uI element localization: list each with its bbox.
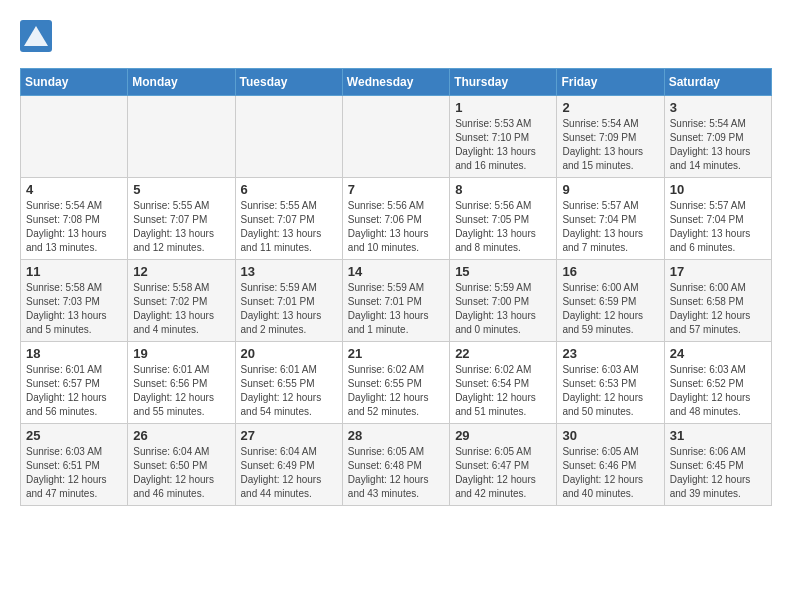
calendar-cell: 5Sunrise: 5:55 AM Sunset: 7:07 PM Daylig… bbox=[128, 178, 235, 260]
page-header bbox=[20, 20, 772, 52]
day-info: Sunrise: 5:58 AM Sunset: 7:02 PM Dayligh… bbox=[133, 281, 229, 337]
calendar-cell bbox=[342, 96, 449, 178]
calendar-cell bbox=[128, 96, 235, 178]
day-number: 2 bbox=[562, 100, 658, 115]
calendar-week-row: 18Sunrise: 6:01 AM Sunset: 6:57 PM Dayli… bbox=[21, 342, 772, 424]
day-number: 31 bbox=[670, 428, 766, 443]
calendar-cell: 13Sunrise: 5:59 AM Sunset: 7:01 PM Dayli… bbox=[235, 260, 342, 342]
day-info: Sunrise: 6:03 AM Sunset: 6:51 PM Dayligh… bbox=[26, 445, 122, 501]
day-number: 14 bbox=[348, 264, 444, 279]
calendar-cell: 20Sunrise: 6:01 AM Sunset: 6:55 PM Dayli… bbox=[235, 342, 342, 424]
day-number: 9 bbox=[562, 182, 658, 197]
day-info: Sunrise: 6:01 AM Sunset: 6:57 PM Dayligh… bbox=[26, 363, 122, 419]
day-number: 4 bbox=[26, 182, 122, 197]
day-info: Sunrise: 6:03 AM Sunset: 6:52 PM Dayligh… bbox=[670, 363, 766, 419]
calendar-cell bbox=[21, 96, 128, 178]
calendar-cell: 4Sunrise: 5:54 AM Sunset: 7:08 PM Daylig… bbox=[21, 178, 128, 260]
calendar-cell: 26Sunrise: 6:04 AM Sunset: 6:50 PM Dayli… bbox=[128, 424, 235, 506]
day-number: 16 bbox=[562, 264, 658, 279]
calendar-cell: 28Sunrise: 6:05 AM Sunset: 6:48 PM Dayli… bbox=[342, 424, 449, 506]
day-info: Sunrise: 6:03 AM Sunset: 6:53 PM Dayligh… bbox=[562, 363, 658, 419]
calendar-cell: 6Sunrise: 5:55 AM Sunset: 7:07 PM Daylig… bbox=[235, 178, 342, 260]
column-header-wednesday: Wednesday bbox=[342, 69, 449, 96]
calendar-cell: 16Sunrise: 6:00 AM Sunset: 6:59 PM Dayli… bbox=[557, 260, 664, 342]
day-number: 18 bbox=[26, 346, 122, 361]
day-info: Sunrise: 6:01 AM Sunset: 6:55 PM Dayligh… bbox=[241, 363, 337, 419]
day-info: Sunrise: 5:56 AM Sunset: 7:05 PM Dayligh… bbox=[455, 199, 551, 255]
day-info: Sunrise: 5:55 AM Sunset: 7:07 PM Dayligh… bbox=[241, 199, 337, 255]
calendar-cell: 19Sunrise: 6:01 AM Sunset: 6:56 PM Dayli… bbox=[128, 342, 235, 424]
column-header-sunday: Sunday bbox=[21, 69, 128, 96]
calendar-cell: 3Sunrise: 5:54 AM Sunset: 7:09 PM Daylig… bbox=[664, 96, 771, 178]
calendar-cell: 29Sunrise: 6:05 AM Sunset: 6:47 PM Dayli… bbox=[450, 424, 557, 506]
calendar-cell: 14Sunrise: 5:59 AM Sunset: 7:01 PM Dayli… bbox=[342, 260, 449, 342]
day-number: 23 bbox=[562, 346, 658, 361]
day-number: 22 bbox=[455, 346, 551, 361]
day-number: 29 bbox=[455, 428, 551, 443]
calendar-week-row: 11Sunrise: 5:58 AM Sunset: 7:03 PM Dayli… bbox=[21, 260, 772, 342]
day-number: 7 bbox=[348, 182, 444, 197]
day-number: 5 bbox=[133, 182, 229, 197]
column-header-monday: Monday bbox=[128, 69, 235, 96]
day-info: Sunrise: 5:57 AM Sunset: 7:04 PM Dayligh… bbox=[562, 199, 658, 255]
day-info: Sunrise: 6:00 AM Sunset: 6:59 PM Dayligh… bbox=[562, 281, 658, 337]
calendar-cell: 11Sunrise: 5:58 AM Sunset: 7:03 PM Dayli… bbox=[21, 260, 128, 342]
day-info: Sunrise: 5:53 AM Sunset: 7:10 PM Dayligh… bbox=[455, 117, 551, 173]
day-info: Sunrise: 6:02 AM Sunset: 6:54 PM Dayligh… bbox=[455, 363, 551, 419]
day-info: Sunrise: 6:06 AM Sunset: 6:45 PM Dayligh… bbox=[670, 445, 766, 501]
calendar-header-row: SundayMondayTuesdayWednesdayThursdayFrid… bbox=[21, 69, 772, 96]
calendar-cell: 7Sunrise: 5:56 AM Sunset: 7:06 PM Daylig… bbox=[342, 178, 449, 260]
calendar-cell: 27Sunrise: 6:04 AM Sunset: 6:49 PM Dayli… bbox=[235, 424, 342, 506]
day-info: Sunrise: 5:56 AM Sunset: 7:06 PM Dayligh… bbox=[348, 199, 444, 255]
logo bbox=[20, 20, 56, 52]
calendar-cell: 22Sunrise: 6:02 AM Sunset: 6:54 PM Dayli… bbox=[450, 342, 557, 424]
calendar-cell: 9Sunrise: 5:57 AM Sunset: 7:04 PM Daylig… bbox=[557, 178, 664, 260]
column-header-thursday: Thursday bbox=[450, 69, 557, 96]
day-number: 3 bbox=[670, 100, 766, 115]
day-info: Sunrise: 5:55 AM Sunset: 7:07 PM Dayligh… bbox=[133, 199, 229, 255]
day-info: Sunrise: 5:54 AM Sunset: 7:08 PM Dayligh… bbox=[26, 199, 122, 255]
calendar-cell: 8Sunrise: 5:56 AM Sunset: 7:05 PM Daylig… bbox=[450, 178, 557, 260]
day-number: 25 bbox=[26, 428, 122, 443]
day-info: Sunrise: 6:04 AM Sunset: 6:50 PM Dayligh… bbox=[133, 445, 229, 501]
day-number: 8 bbox=[455, 182, 551, 197]
calendar-cell: 2Sunrise: 5:54 AM Sunset: 7:09 PM Daylig… bbox=[557, 96, 664, 178]
day-number: 26 bbox=[133, 428, 229, 443]
column-header-saturday: Saturday bbox=[664, 69, 771, 96]
day-info: Sunrise: 5:59 AM Sunset: 7:01 PM Dayligh… bbox=[348, 281, 444, 337]
day-number: 24 bbox=[670, 346, 766, 361]
day-info: Sunrise: 6:01 AM Sunset: 6:56 PM Dayligh… bbox=[133, 363, 229, 419]
calendar-cell: 10Sunrise: 5:57 AM Sunset: 7:04 PM Dayli… bbox=[664, 178, 771, 260]
day-number: 6 bbox=[241, 182, 337, 197]
day-info: Sunrise: 5:59 AM Sunset: 7:01 PM Dayligh… bbox=[241, 281, 337, 337]
calendar-cell: 25Sunrise: 6:03 AM Sunset: 6:51 PM Dayli… bbox=[21, 424, 128, 506]
day-number: 13 bbox=[241, 264, 337, 279]
day-info: Sunrise: 6:05 AM Sunset: 6:47 PM Dayligh… bbox=[455, 445, 551, 501]
day-number: 1 bbox=[455, 100, 551, 115]
day-number: 30 bbox=[562, 428, 658, 443]
day-info: Sunrise: 6:00 AM Sunset: 6:58 PM Dayligh… bbox=[670, 281, 766, 337]
day-number: 20 bbox=[241, 346, 337, 361]
day-number: 27 bbox=[241, 428, 337, 443]
calendar-week-row: 25Sunrise: 6:03 AM Sunset: 6:51 PM Dayli… bbox=[21, 424, 772, 506]
day-number: 21 bbox=[348, 346, 444, 361]
day-number: 19 bbox=[133, 346, 229, 361]
calendar-week-row: 1Sunrise: 5:53 AM Sunset: 7:10 PM Daylig… bbox=[21, 96, 772, 178]
day-number: 11 bbox=[26, 264, 122, 279]
calendar-cell bbox=[235, 96, 342, 178]
calendar-cell: 31Sunrise: 6:06 AM Sunset: 6:45 PM Dayli… bbox=[664, 424, 771, 506]
calendar-cell: 23Sunrise: 6:03 AM Sunset: 6:53 PM Dayli… bbox=[557, 342, 664, 424]
day-info: Sunrise: 5:57 AM Sunset: 7:04 PM Dayligh… bbox=[670, 199, 766, 255]
calendar-cell: 18Sunrise: 6:01 AM Sunset: 6:57 PM Dayli… bbox=[21, 342, 128, 424]
calendar-cell: 30Sunrise: 6:05 AM Sunset: 6:46 PM Dayli… bbox=[557, 424, 664, 506]
day-number: 12 bbox=[133, 264, 229, 279]
calendar-cell: 21Sunrise: 6:02 AM Sunset: 6:55 PM Dayli… bbox=[342, 342, 449, 424]
calendar-table: SundayMondayTuesdayWednesdayThursdayFrid… bbox=[20, 68, 772, 506]
day-info: Sunrise: 5:59 AM Sunset: 7:00 PM Dayligh… bbox=[455, 281, 551, 337]
calendar-cell: 17Sunrise: 6:00 AM Sunset: 6:58 PM Dayli… bbox=[664, 260, 771, 342]
day-info: Sunrise: 6:04 AM Sunset: 6:49 PM Dayligh… bbox=[241, 445, 337, 501]
column-header-friday: Friday bbox=[557, 69, 664, 96]
day-info: Sunrise: 5:58 AM Sunset: 7:03 PM Dayligh… bbox=[26, 281, 122, 337]
day-info: Sunrise: 6:05 AM Sunset: 6:46 PM Dayligh… bbox=[562, 445, 658, 501]
calendar-cell: 12Sunrise: 5:58 AM Sunset: 7:02 PM Dayli… bbox=[128, 260, 235, 342]
